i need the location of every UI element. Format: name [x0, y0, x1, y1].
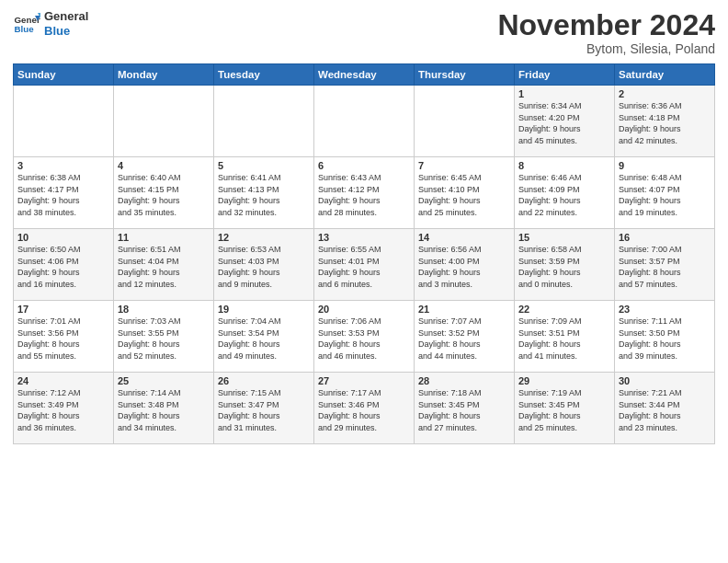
- calendar-row-1: 3Sunrise: 6:38 AM Sunset: 4:17 PM Daylig…: [14, 157, 715, 229]
- day-number: 24: [17, 375, 109, 386]
- calendar-row-2: 10Sunrise: 6:50 AM Sunset: 4:06 PM Dayli…: [14, 229, 715, 301]
- day-info: Sunrise: 6:41 AM Sunset: 4:13 PM Dayligh…: [218, 172, 310, 218]
- day-number: 4: [118, 160, 210, 171]
- day-number: 28: [418, 375, 510, 386]
- day-number: 12: [218, 232, 310, 243]
- day-info: Sunrise: 7:01 AM Sunset: 3:56 PM Dayligh…: [17, 316, 109, 362]
- calendar-cell: 26Sunrise: 7:15 AM Sunset: 3:47 PM Dayli…: [214, 373, 314, 444]
- weekday-header-tuesday: Tuesday: [214, 64, 314, 86]
- calendar-cell: 7Sunrise: 6:45 AM Sunset: 4:10 PM Daylig…: [415, 157, 515, 229]
- day-info: Sunrise: 6:45 AM Sunset: 4:10 PM Dayligh…: [418, 172, 510, 218]
- calendar-cell: 21Sunrise: 7:07 AM Sunset: 3:52 PM Dayli…: [415, 301, 515, 373]
- day-number: 1: [518, 88, 610, 99]
- header: General Blue General Blue November 2024 …: [13, 9, 715, 56]
- calendar-cell: 12Sunrise: 6:53 AM Sunset: 4:03 PM Dayli…: [214, 229, 314, 301]
- day-info: Sunrise: 6:48 AM Sunset: 4:07 PM Dayligh…: [619, 172, 711, 218]
- calendar-cell: 2Sunrise: 6:36 AM Sunset: 4:18 PM Daylig…: [615, 86, 715, 157]
- day-number: 2: [619, 88, 711, 99]
- calendar-cell: 14Sunrise: 6:56 AM Sunset: 4:00 PM Dayli…: [415, 229, 515, 301]
- month-title: November 2024: [497, 9, 715, 41]
- title-block: November 2024 Bytom, Silesia, Poland: [497, 9, 715, 56]
- calendar-cell: 9Sunrise: 6:48 AM Sunset: 4:07 PM Daylig…: [615, 157, 715, 229]
- day-info: Sunrise: 7:00 AM Sunset: 3:57 PM Dayligh…: [619, 244, 711, 290]
- day-number: 30: [619, 375, 711, 386]
- day-info: Sunrise: 7:09 AM Sunset: 3:51 PM Dayligh…: [518, 316, 610, 362]
- calendar-cell: [415, 86, 515, 157]
- day-info: Sunrise: 6:53 AM Sunset: 4:03 PM Dayligh…: [218, 244, 310, 290]
- day-info: Sunrise: 6:46 AM Sunset: 4:09 PM Dayligh…: [518, 172, 610, 218]
- calendar-cell: 10Sunrise: 6:50 AM Sunset: 4:06 PM Dayli…: [14, 229, 114, 301]
- calendar-cell: 30Sunrise: 7:21 AM Sunset: 3:44 PM Dayli…: [615, 373, 715, 444]
- weekday-header-thursday: Thursday: [415, 64, 515, 86]
- day-number: 27: [318, 375, 410, 386]
- calendar-cell: 17Sunrise: 7:01 AM Sunset: 3:56 PM Dayli…: [14, 301, 114, 373]
- logo-icon: General Blue: [13, 10, 40, 38]
- day-number: 13: [318, 232, 410, 243]
- logo-line2: Blue: [44, 24, 88, 39]
- calendar-cell: 24Sunrise: 7:12 AM Sunset: 3:49 PM Dayli…: [14, 373, 114, 444]
- day-number: 16: [619, 232, 711, 243]
- day-info: Sunrise: 6:58 AM Sunset: 3:59 PM Dayligh…: [518, 244, 610, 290]
- day-info: Sunrise: 7:21 AM Sunset: 3:44 PM Dayligh…: [619, 387, 711, 433]
- day-number: 29: [518, 375, 610, 386]
- day-number: 7: [418, 160, 510, 171]
- calendar-cell: [114, 86, 214, 157]
- calendar-cell: 27Sunrise: 7:17 AM Sunset: 3:46 PM Dayli…: [314, 373, 415, 444]
- calendar-cell: 18Sunrise: 7:03 AM Sunset: 3:55 PM Dayli…: [114, 301, 214, 373]
- day-info: Sunrise: 7:18 AM Sunset: 3:45 PM Dayligh…: [418, 387, 510, 433]
- calendar-cell: 6Sunrise: 6:43 AM Sunset: 4:12 PM Daylig…: [314, 157, 415, 229]
- page-container: General Blue General Blue November 2024 …: [0, 0, 728, 454]
- calendar-cell: 1Sunrise: 6:34 AM Sunset: 4:20 PM Daylig…: [515, 86, 615, 157]
- day-number: 21: [418, 304, 510, 315]
- day-info: Sunrise: 7:12 AM Sunset: 3:49 PM Dayligh…: [17, 387, 109, 433]
- day-number: 10: [17, 232, 109, 243]
- weekday-header-saturday: Saturday: [615, 64, 715, 86]
- weekday-header-friday: Friday: [515, 64, 615, 86]
- day-number: 18: [118, 304, 210, 315]
- day-info: Sunrise: 6:43 AM Sunset: 4:12 PM Dayligh…: [318, 172, 410, 218]
- day-info: Sunrise: 7:19 AM Sunset: 3:45 PM Dayligh…: [518, 387, 610, 433]
- day-number: 20: [318, 304, 410, 315]
- calendar-cell: 5Sunrise: 6:41 AM Sunset: 4:13 PM Daylig…: [214, 157, 314, 229]
- calendar-cell: 28Sunrise: 7:18 AM Sunset: 3:45 PM Dayli…: [415, 373, 515, 444]
- weekday-header-monday: Monday: [114, 64, 214, 86]
- day-info: Sunrise: 6:36 AM Sunset: 4:18 PM Dayligh…: [619, 100, 711, 146]
- svg-text:Blue: Blue: [15, 24, 35, 34]
- calendar-cell: 22Sunrise: 7:09 AM Sunset: 3:51 PM Dayli…: [515, 301, 615, 373]
- calendar-cell: 25Sunrise: 7:14 AM Sunset: 3:48 PM Dayli…: [114, 373, 214, 444]
- day-info: Sunrise: 7:17 AM Sunset: 3:46 PM Dayligh…: [318, 387, 410, 433]
- calendar-cell: 20Sunrise: 7:06 AM Sunset: 3:53 PM Dayli…: [314, 301, 415, 373]
- day-number: 11: [118, 232, 210, 243]
- calendar-cell: 19Sunrise: 7:04 AM Sunset: 3:54 PM Dayli…: [214, 301, 314, 373]
- calendar-cell: 3Sunrise: 6:38 AM Sunset: 4:17 PM Daylig…: [14, 157, 114, 229]
- calendar-cell: 11Sunrise: 6:51 AM Sunset: 4:04 PM Dayli…: [114, 229, 214, 301]
- day-info: Sunrise: 7:04 AM Sunset: 3:54 PM Dayligh…: [218, 316, 310, 362]
- day-number: 8: [518, 160, 610, 171]
- day-info: Sunrise: 6:55 AM Sunset: 4:01 PM Dayligh…: [318, 244, 410, 290]
- calendar-cell: 23Sunrise: 7:11 AM Sunset: 3:50 PM Dayli…: [615, 301, 715, 373]
- calendar-cell: 13Sunrise: 6:55 AM Sunset: 4:01 PM Dayli…: [314, 229, 415, 301]
- calendar-row-3: 17Sunrise: 7:01 AM Sunset: 3:56 PM Dayli…: [14, 301, 715, 373]
- day-info: Sunrise: 6:40 AM Sunset: 4:15 PM Dayligh…: [118, 172, 210, 218]
- day-number: 23: [619, 304, 711, 315]
- calendar-table: SundayMondayTuesdayWednesdayThursdayFrid…: [13, 63, 715, 444]
- day-number: 17: [17, 304, 109, 315]
- logo: General Blue General Blue: [13, 9, 88, 38]
- day-info: Sunrise: 7:14 AM Sunset: 3:48 PM Dayligh…: [118, 387, 210, 433]
- day-info: Sunrise: 7:07 AM Sunset: 3:52 PM Dayligh…: [418, 316, 510, 362]
- calendar-cell: 15Sunrise: 6:58 AM Sunset: 3:59 PM Dayli…: [515, 229, 615, 301]
- day-number: 5: [218, 160, 310, 171]
- calendar-cell: [14, 86, 114, 157]
- day-number: 26: [218, 375, 310, 386]
- day-info: Sunrise: 6:51 AM Sunset: 4:04 PM Dayligh…: [118, 244, 210, 290]
- calendar-row-0: 1Sunrise: 6:34 AM Sunset: 4:20 PM Daylig…: [14, 86, 715, 157]
- header-row: SundayMondayTuesdayWednesdayThursdayFrid…: [14, 64, 715, 86]
- day-info: Sunrise: 7:06 AM Sunset: 3:53 PM Dayligh…: [318, 316, 410, 362]
- day-info: Sunrise: 7:03 AM Sunset: 3:55 PM Dayligh…: [118, 316, 210, 362]
- calendar-cell: 16Sunrise: 7:00 AM Sunset: 3:57 PM Dayli…: [615, 229, 715, 301]
- day-info: Sunrise: 6:56 AM Sunset: 4:00 PM Dayligh…: [418, 244, 510, 290]
- day-info: Sunrise: 6:38 AM Sunset: 4:17 PM Dayligh…: [17, 172, 109, 218]
- day-number: 14: [418, 232, 510, 243]
- day-info: Sunrise: 7:15 AM Sunset: 3:47 PM Dayligh…: [218, 387, 310, 433]
- calendar-cell: 4Sunrise: 6:40 AM Sunset: 4:15 PM Daylig…: [114, 157, 214, 229]
